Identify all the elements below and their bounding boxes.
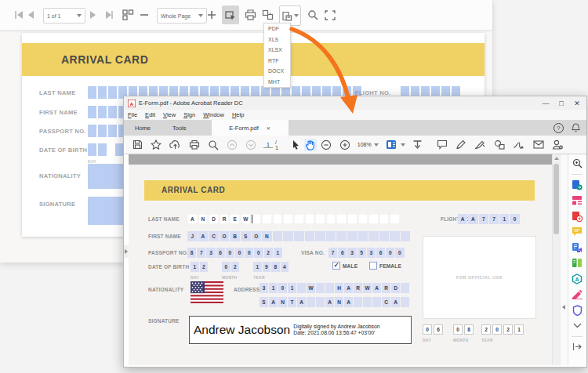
star-icon[interactable] <box>151 139 162 150</box>
zoom-level-dropdown[interactable]: 108% <box>358 142 379 147</box>
stamp-day-field[interactable]: 06 <box>423 324 443 335</box>
left-panel-expand-handle[interactable] <box>124 245 129 258</box>
save-icon[interactable] <box>132 139 143 150</box>
page-view-icon[interactable] <box>386 139 397 150</box>
combine-files-button[interactable] <box>572 241 583 253</box>
prev-page-button[interactable] <box>26 5 35 24</box>
year-sublabel: YEAR <box>253 275 265 280</box>
scrolling-mode-icon[interactable] <box>412 139 423 150</box>
menu-item-pdf[interactable]: PDF <box>264 24 290 34</box>
first-page-button[interactable] <box>14 5 24 24</box>
protect-button[interactable] <box>572 304 583 316</box>
menu-item-docx[interactable]: DOCX <box>264 66 290 77</box>
tab-home[interactable]: Home <box>124 120 162 136</box>
menu-help[interactable]: Help <box>232 111 244 118</box>
minimize-button[interactable]: — <box>538 100 554 107</box>
tab-close-icon[interactable]: ✕ <box>267 125 270 131</box>
fullscreen-button[interactable] <box>325 5 336 24</box>
help-icon[interactable]: ? <box>554 123 564 133</box>
nationality-label: NATIONALITY <box>39 172 81 179</box>
scrollbar-thumb[interactable] <box>554 164 559 234</box>
signature-field[interactable]: Andrew Jacobson Digitally signed by Andr… <box>189 316 412 344</box>
stamp-tool-button[interactable]: A <box>572 273 583 284</box>
menu-window[interactable]: Window <box>203 111 224 118</box>
fill-sign-button[interactable] <box>572 288 583 300</box>
edit-pdf-button[interactable] <box>572 257 583 269</box>
stamp-month-field[interactable]: 08 <box>453 324 474 335</box>
zoom-in-icon[interactable] <box>339 139 350 150</box>
acrobat-title-bar[interactable]: A E-Form.pdf - Adobe Acrobat Reader DC —… <box>124 96 586 110</box>
find-icon[interactable] <box>208 139 219 150</box>
more-tools-button[interactable] <box>572 320 583 331</box>
search-tools-button[interactable] <box>572 158 583 169</box>
menu-file[interactable]: File <box>128 111 137 118</box>
stamp-year-field[interactable]: 2021 <box>481 324 524 335</box>
page-number-field[interactable]: 1 / 1 <box>263 139 278 150</box>
send-for-signature-icon[interactable] <box>552 139 563 150</box>
hand-tool-button[interactable] <box>304 139 317 151</box>
last-page-button[interactable] <box>103 5 114 24</box>
menu-item-mht[interactable]: MHT <box>264 77 290 88</box>
select-cursor-icon[interactable] <box>292 139 300 150</box>
female-checkbox[interactable] <box>369 262 377 270</box>
female-label: FEMALE <box>379 263 401 269</box>
usa-flag[interactable] <box>191 281 223 303</box>
tab-document[interactable]: E-Form.pdf ✕ <box>212 120 289 136</box>
print-button[interactable] <box>245 5 256 24</box>
sign-pen-icon[interactable] <box>474 139 486 150</box>
notification-bell-icon[interactable] <box>572 123 580 132</box>
maximize-button[interactable]: □ <box>554 100 569 107</box>
menu-edit[interactable]: Edit <box>145 111 155 118</box>
dob-month-field[interactable]: 02 <box>222 262 239 272</box>
tab-tools[interactable]: Tools <box>162 120 198 136</box>
signature-flourish-icon[interactable] <box>513 139 525 150</box>
close-button[interactable]: ✕ <box>569 100 585 107</box>
text-selection-tool-button[interactable] <box>222 5 239 24</box>
share-cloud-icon[interactable] <box>169 139 181 150</box>
page-indicator-dropdown[interactable]: 1 of 1 <box>43 8 85 24</box>
zoom-out-icon[interactable] <box>321 139 332 150</box>
expand-panel-button[interactable] <box>572 341 583 353</box>
dob-year-field[interactable]: 1984 <box>253 262 289 272</box>
menu-sign[interactable]: Sign <box>183 111 195 118</box>
address-line2-field[interactable]: SANTAANACA <box>260 297 409 307</box>
export-pdf-button[interactable] <box>572 179 583 190</box>
dob-day-field[interactable]: 12 <box>191 262 208 272</box>
print-setup-button[interactable] <box>262 5 274 24</box>
previous-page-icon[interactable] <box>227 139 238 150</box>
zoom-out-button[interactable] <box>140 5 149 24</box>
email-envelope-icon[interactable] <box>533 140 544 149</box>
address-line1-field[interactable]: 3101WHARWARD <box>260 283 409 293</box>
menu-item-xlsx[interactable]: XLSX <box>264 45 290 56</box>
page-layout-button[interactable] <box>122 5 134 24</box>
vertical-scrollbar[interactable] <box>552 154 560 365</box>
organize-pages-button[interactable] <box>572 194 583 206</box>
flight-no-field[interactable]: AA7710 <box>458 214 520 224</box>
passport-no-field[interactable]: 8736000021 <box>187 248 282 258</box>
menu-item-xls[interactable]: XLS <box>264 34 290 45</box>
menu-item-rtf[interactable]: RTF <box>264 56 290 67</box>
scroll-up-icon[interactable] <box>554 157 559 160</box>
document-canvas-background <box>129 154 552 165</box>
zoom-in-button[interactable] <box>207 5 216 24</box>
create-pdf-button[interactable] <box>572 210 583 222</box>
next-page-button[interactable] <box>88 5 97 24</box>
comment-tool-button[interactable] <box>572 226 583 237</box>
right-panel-collapse-handle[interactable] <box>562 305 565 310</box>
last-name-field[interactable]: ANDREW <box>187 214 400 224</box>
fill-sign-pencil-icon[interactable] <box>456 139 466 150</box>
search-button[interactable] <box>307 5 318 24</box>
male-checkbox[interactable]: ✓ <box>332 262 340 270</box>
menu-view[interactable]: View <box>163 111 176 118</box>
next-page-icon[interactable] <box>245 139 256 150</box>
acrobat-tab-bar: Home Tools E-Form.pdf ✕ ? <box>124 120 586 136</box>
first-name-field[interactable]: JACOBSON <box>187 231 410 241</box>
stamp-tools-icon[interactable] <box>494 139 505 150</box>
comment-bubble-icon[interactable] <box>437 139 448 150</box>
page-number-input[interactable]: 1 <box>263 142 273 148</box>
visa-no-field[interactable]: 76353600 <box>328 248 405 258</box>
print-icon[interactable] <box>189 139 200 150</box>
zoom-mode-dropdown[interactable]: Whole Page <box>157 8 207 24</box>
dob-day-cells[interactable] <box>88 143 107 156</box>
chevron-down-icon[interactable] <box>401 143 405 147</box>
